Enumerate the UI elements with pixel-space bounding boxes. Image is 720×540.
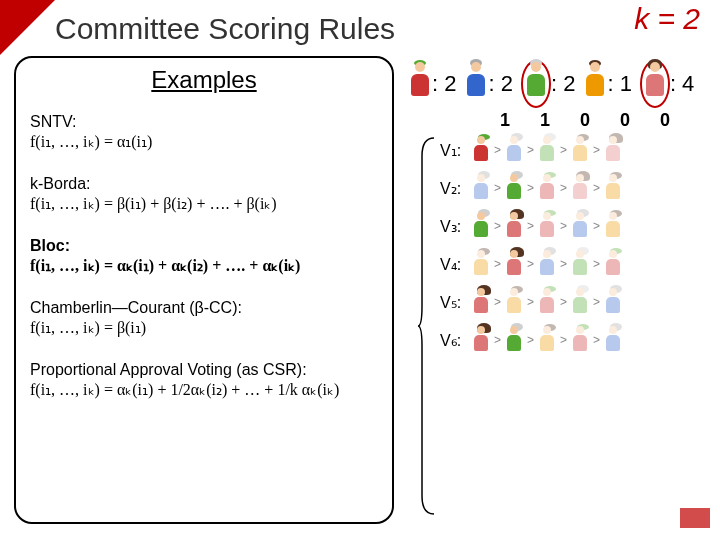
pref-separator-icon: >	[593, 181, 600, 195]
rule-pav: Proportional Approval Voting (as CSR): f…	[30, 360, 378, 400]
pref-separator-icon: >	[560, 333, 567, 347]
candidate-orange-icon	[571, 136, 589, 164]
candidate-pink-icon	[604, 136, 622, 164]
candidate-red-icon	[472, 136, 490, 164]
rule-kborda-name: k-Borda:	[30, 174, 378, 194]
slide-title: Committee Scoring Rules	[55, 12, 395, 46]
rule-sntv-formula: f(i₁, …, iₖ) = α₁(i₁)	[30, 132, 378, 152]
candidate-score-value: : 2	[432, 71, 456, 97]
candidate-red-icon	[538, 212, 556, 240]
voter-row: V₃:>>>>	[440, 212, 622, 240]
pref-separator-icon: >	[494, 219, 501, 233]
pref-separator-icon: >	[560, 295, 567, 309]
candidate-pink-icon	[643, 62, 667, 100]
candidate-score-value: : 1	[607, 71, 631, 97]
pref-separator-icon: >	[494, 295, 501, 309]
candidate-green-icon	[524, 62, 548, 100]
preference-order: >>>>	[472, 250, 622, 278]
pref-separator-icon: >	[593, 333, 600, 347]
voter-label: V₁:	[440, 141, 472, 160]
candidate-blue-icon	[538, 250, 556, 278]
voter-label: V₆:	[440, 331, 472, 350]
preference-order: >>>>	[472, 288, 622, 316]
rule-cc-formula: f(i₁, …, iₖ) = β(i₁)	[30, 318, 378, 338]
candidate-score-value: : 2	[488, 71, 512, 97]
candidate-pink-icon	[505, 250, 523, 278]
examples-panel: Examples SNTV: f(i₁, …, iₖ) = α₁(i₁) k-B…	[14, 56, 394, 524]
candidate-pink-icon	[472, 326, 490, 354]
weight-digit: 0	[660, 110, 670, 131]
candidate-orange-icon	[604, 212, 622, 240]
weight-digit: 0	[620, 110, 630, 131]
candidate-holder	[464, 62, 488, 106]
candidate-green-icon	[538, 136, 556, 164]
candidate-blue-icon	[464, 62, 488, 100]
rule-sntv: SNTV: f(i₁, …, iₖ) = α₁(i₁)	[30, 112, 378, 152]
preference-order: >>>>	[472, 326, 622, 354]
selection-circle	[640, 60, 670, 108]
candidate-pink-icon	[571, 174, 589, 202]
pref-separator-icon: >	[494, 333, 501, 347]
voter-row: V₂:>>>>	[440, 174, 622, 202]
pref-separator-icon: >	[527, 257, 534, 271]
candidate-red-icon	[571, 326, 589, 354]
voter-label: V₅:	[440, 293, 472, 312]
candidate-blue-icon	[571, 212, 589, 240]
selection-circle	[521, 60, 551, 108]
preference-order: >>>>	[472, 136, 622, 164]
pref-separator-icon: >	[527, 143, 534, 157]
candidate-pink-icon	[505, 212, 523, 240]
candidate-blue-icon	[505, 136, 523, 164]
voters-bracket	[418, 136, 436, 516]
candidate-orange-icon	[505, 288, 523, 316]
candidate-holder	[408, 62, 432, 106]
candidate-score-pink: : 4	[640, 60, 694, 108]
slide-footer-accent	[680, 508, 710, 528]
examples-header: Examples	[30, 66, 378, 94]
candidate-blue-icon	[472, 174, 490, 202]
weight-digit: 1	[500, 110, 510, 131]
rule-pav-formula: f(i₁, …, iₖ) = αₖ(i₁) + 1/2αₖ(i₂) + … + …	[30, 380, 378, 400]
pref-separator-icon: >	[527, 333, 534, 347]
preference-order: >>>>	[472, 174, 622, 202]
candidate-green-icon	[571, 288, 589, 316]
candidate-green-icon	[505, 174, 523, 202]
candidate-red-icon	[408, 62, 432, 100]
rule-bloc: Bloc: f(i₁, …, iₖ) = αₖ(i₁) + αₖ(i₂) + ……	[30, 236, 378, 276]
pref-separator-icon: >	[593, 257, 600, 271]
pref-separator-icon: >	[494, 143, 501, 157]
pref-separator-icon: >	[527, 181, 534, 195]
candidate-orange-icon	[583, 62, 607, 100]
candidate-red-icon	[538, 174, 556, 202]
rule-bloc-name: Bloc:	[30, 237, 70, 254]
voter-row: V₄:>>>>	[440, 250, 622, 278]
score-weights-row: 11000	[500, 110, 670, 131]
candidate-score-value: : 2	[551, 71, 575, 97]
pref-separator-icon: >	[494, 257, 501, 271]
k-value-label: k = 2	[634, 2, 700, 36]
pref-separator-icon: >	[527, 295, 534, 309]
weight-digit: 1	[540, 110, 550, 131]
candidate-red-icon	[604, 250, 622, 278]
voter-label: V₄:	[440, 255, 472, 274]
candidate-score-red: : 2	[408, 62, 456, 106]
candidate-blue-icon	[604, 288, 622, 316]
pref-separator-icon: >	[560, 257, 567, 271]
pref-separator-icon: >	[593, 295, 600, 309]
rule-cc-name: Chamberlin—Courant (β-CC):	[30, 298, 378, 318]
candidate-green-icon	[571, 250, 589, 278]
candidate-pink-icon	[472, 288, 490, 316]
candidate-score-blue: : 2	[464, 62, 512, 106]
rule-kborda: k-Borda: f(i₁, …, iₖ) = β(i₁) + β(i₂) + …	[30, 174, 378, 214]
candidate-orange-icon	[604, 174, 622, 202]
candidate-score-green: : 2	[521, 60, 575, 108]
candidate-holder	[583, 62, 607, 106]
candidate-score-orange: : 1	[583, 62, 631, 106]
voter-row: V₅:>>>>	[440, 288, 622, 316]
rule-pav-name: Proportional Approval Voting (as CSR):	[30, 360, 378, 380]
voters-table: V₁:>>>>V₂:>>>>V₃:>>>>V₄:>>>>V₅:>>>>V₆:>>…	[440, 136, 622, 364]
candidate-green-icon	[505, 326, 523, 354]
pref-separator-icon: >	[593, 219, 600, 233]
pref-separator-icon: >	[560, 181, 567, 195]
candidate-scores-row: : 2: 2: 2: 1: 4	[408, 60, 698, 108]
